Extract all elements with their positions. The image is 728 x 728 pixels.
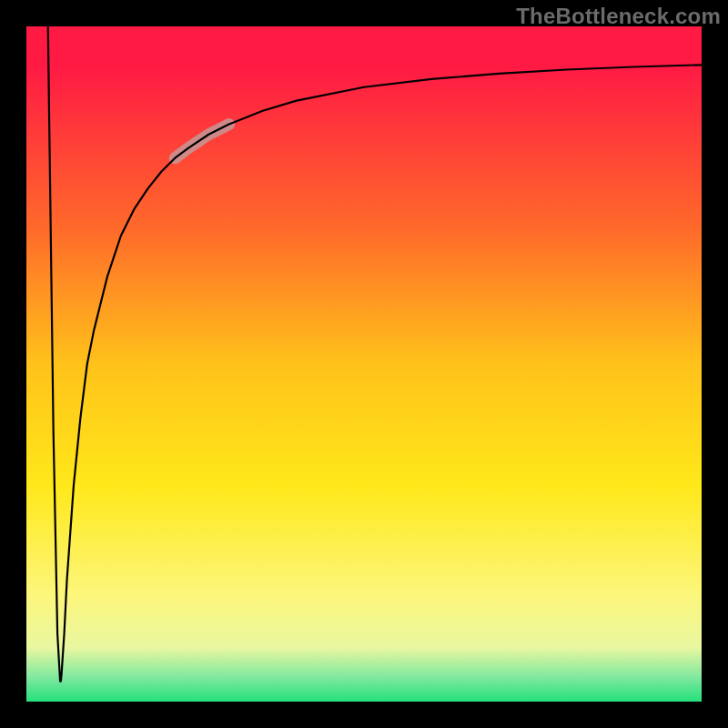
attribution-label: TheBottleneck.com: [516, 4, 721, 29]
chart-svg: [0, 0, 728, 728]
plot-background: [26, 26, 702, 702]
bottleneck-chart: TheBottleneck.com: [0, 0, 728, 728]
